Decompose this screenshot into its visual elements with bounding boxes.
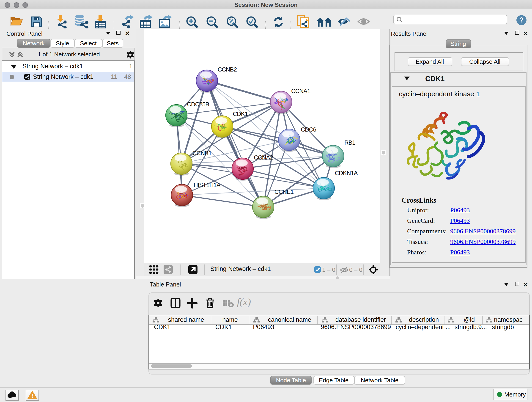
- svg-text:CCNE1: CCNE1: [274, 188, 294, 195]
- svg-text:CCNA2: CCNA2: [254, 154, 273, 161]
- svg-text:CDK1: CDK1: [233, 110, 248, 117]
- svg-text:HIST1H1A: HIST1H1A: [194, 182, 221, 188]
- svg-text:CCNB1: CCNB1: [192, 150, 212, 157]
- svg-text:CDKN1A: CDKN1A: [335, 170, 358, 177]
- svg-text:CDC25B: CDC25B: [187, 101, 209, 108]
- svg-text:CCNB2: CCNB2: [218, 66, 237, 73]
- svg-text:CCNA1: CCNA1: [291, 88, 310, 95]
- svg-text:RB1: RB1: [344, 139, 355, 146]
- svg-text:CDC6: CDC6: [301, 126, 316, 133]
